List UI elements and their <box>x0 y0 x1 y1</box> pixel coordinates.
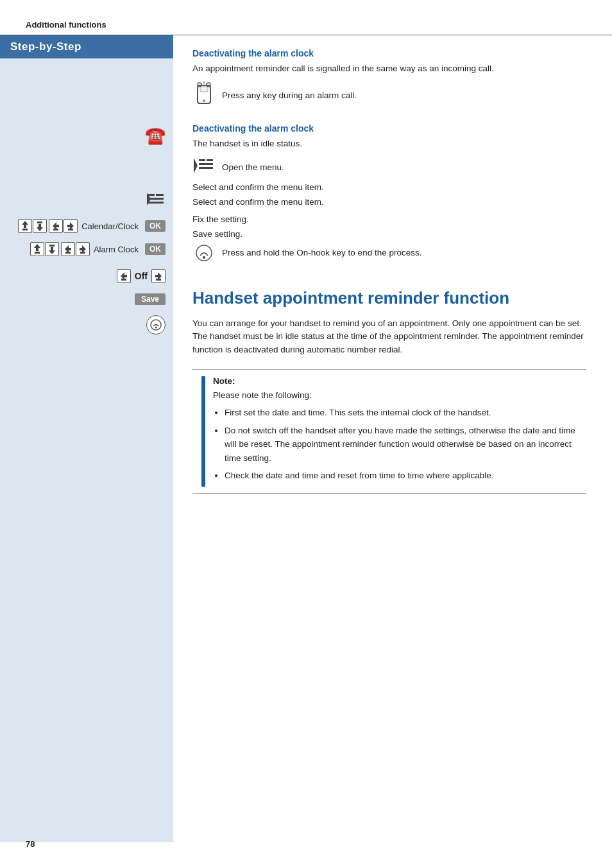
note-bullet1: First set the date and time. This sets t… <box>225 406 577 420</box>
svg-rect-38 <box>200 87 208 92</box>
svg-marker-8 <box>37 227 43 231</box>
page-number: 78 <box>26 839 35 849</box>
sidebar: Step-by-Step ☎️ <box>0 35 173 842</box>
calendar-confirm-row: Select and confirm the menu item. <box>192 182 586 192</box>
svg-rect-16 <box>68 229 73 230</box>
svg-rect-13 <box>53 229 58 230</box>
phone-icon <box>192 82 216 109</box>
nav-right-icon <box>64 219 78 233</box>
open-menu-row: Open the menu. <box>192 157 586 177</box>
note-title: Note: <box>213 376 577 386</box>
save-button[interactable]: Save <box>135 293 166 305</box>
svg-rect-7 <box>22 229 28 230</box>
svg-rect-1 <box>156 194 164 196</box>
svg-rect-18 <box>36 248 38 251</box>
nav-left-icon <box>49 219 63 233</box>
phone-icon-row: ☎️ <box>0 123 173 149</box>
svg-rect-45 <box>199 163 213 165</box>
svg-rect-22 <box>49 245 55 247</box>
sidebar-title: Step-by-Step <box>0 35 173 58</box>
svg-rect-44 <box>207 159 213 161</box>
svg-rect-10 <box>37 221 42 223</box>
large-section-heading: Handset appointment reminder function <box>192 288 586 309</box>
svg-point-49 <box>203 256 205 259</box>
svg-rect-12 <box>56 225 59 227</box>
note-bullet2: Do not switch off the handset after you … <box>225 424 577 465</box>
svg-rect-33 <box>155 275 158 277</box>
section2-para: The handset is in idle status. <box>192 137 586 150</box>
fix-setting-row: Fix the setting. <box>192 214 586 224</box>
main-para: You can arrange for your handset to remi… <box>192 317 586 356</box>
svg-rect-25 <box>65 252 71 254</box>
alarm-nav-right-icon <box>76 242 90 256</box>
alarm-nav-down-icon <box>45 242 59 256</box>
save-button-row: Save <box>0 290 173 308</box>
menu-icon <box>146 191 166 207</box>
phone-alarm-text: Press any key during an alarm call. <box>222 91 357 100</box>
note-list: First set the date and time. This sets t… <box>213 406 577 483</box>
sidebar-body: ☎️ <box>0 58 173 842</box>
svg-rect-46 <box>199 167 213 169</box>
svg-point-36 <box>155 327 157 329</box>
calendar-nav-icons <box>18 219 78 233</box>
alarm-clock-label: Alarm Clock <box>94 245 139 254</box>
svg-marker-47 <box>194 158 198 173</box>
page-header: Additional functions <box>0 19 612 35</box>
phone-ring-icon: ☎️ <box>145 126 166 146</box>
save-text: Save setting. <box>192 229 242 239</box>
svg-rect-43 <box>199 159 205 161</box>
svg-point-39 <box>203 100 205 102</box>
onhook-icon <box>146 315 166 334</box>
off-nav-right <box>151 269 166 283</box>
alarm-ok-button[interactable]: OK <box>145 243 166 255</box>
note-box: Note: Please note the following: First s… <box>192 369 586 494</box>
svg-rect-27 <box>80 248 82 250</box>
note-bullet3: Check the date and time and reset from t… <box>225 469 577 483</box>
onhook-content-icon <box>192 244 216 262</box>
svg-marker-17 <box>34 244 40 248</box>
section1-heading: Deactivating the alarm clock <box>192 48 586 58</box>
calendar-ok-button[interactable]: OK <box>145 220 166 232</box>
alarm-nav-up-icon <box>30 242 44 256</box>
svg-marker-20 <box>49 250 55 254</box>
alarm-confirm-text: Select and confirm the menu item. <box>192 197 324 207</box>
svg-rect-6 <box>24 225 26 228</box>
svg-rect-15 <box>67 225 70 227</box>
svg-rect-30 <box>124 275 127 277</box>
fix-setting-text: Fix the setting. <box>192 214 249 224</box>
svg-marker-5 <box>22 221 28 225</box>
note-content: Note: Please note the following: First s… <box>213 376 577 487</box>
open-menu-text: Open the menu. <box>222 162 284 172</box>
svg-rect-21 <box>51 247 53 250</box>
off-setting-row: Off <box>0 266 173 286</box>
alarm-nav-icons <box>30 242 90 256</box>
menu-icon-row <box>0 187 173 211</box>
onhook-text: Press and hold the On-hook key to end th… <box>222 248 421 257</box>
svg-rect-9 <box>38 224 41 227</box>
onhook-row: Press and hold the On-hook key to end th… <box>192 244 586 262</box>
svg-rect-19 <box>35 252 40 254</box>
svg-rect-34 <box>156 279 161 281</box>
calendar-clock-label: Calendar/Clock <box>81 221 139 231</box>
phone-alarm-row: Press any key during an alarm call. <box>192 82 586 109</box>
nav-up-icon <box>18 219 32 233</box>
svg-rect-28 <box>80 252 85 254</box>
save-setting-row: Save setting. <box>192 229 586 239</box>
note-bar <box>201 376 205 487</box>
nav-down-icon <box>33 219 47 233</box>
onhook-icon-row <box>0 312 173 338</box>
svg-rect-31 <box>121 279 126 281</box>
off-label: Off <box>135 271 148 281</box>
section1-para: An appointment reminder call is signalle… <box>192 62 586 75</box>
alarm-nav-left-icon <box>61 242 75 256</box>
svg-rect-3 <box>148 202 164 204</box>
calendar-clock-row: Calendar/Clock OK <box>0 216 173 236</box>
alarm-confirm-row: Select and confirm the menu item. <box>192 197 586 207</box>
main-content: Deactivating the alarm clock An appointm… <box>173 35 612 842</box>
note-intro: Please note the following: <box>213 389 577 402</box>
alarm-clock-row: Alarm Clock OK <box>0 239 173 259</box>
calendar-confirm-text: Select and confirm the menu item. <box>192 182 324 192</box>
svg-rect-0 <box>148 194 155 196</box>
off-nav-left <box>117 269 131 283</box>
menu-open-icon <box>192 157 216 177</box>
